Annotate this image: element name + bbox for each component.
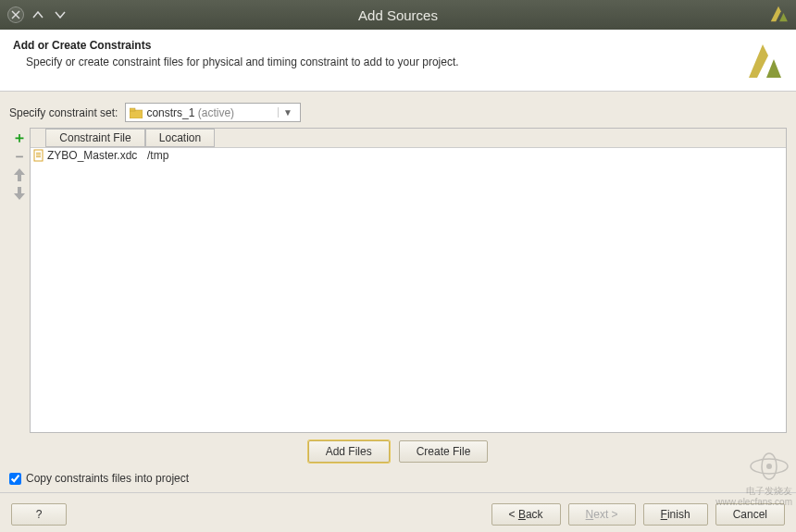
page-title: Add or Create Constraints <box>13 39 746 52</box>
body-panel: Specify constraint set: constrs_1 (activ… <box>0 92 796 492</box>
svg-rect-7 <box>130 108 135 111</box>
file-location: /tmp <box>147 149 168 162</box>
svg-marker-4 <box>749 44 768 78</box>
cancel-button[interactable]: Cancel <box>715 503 785 526</box>
window-controls <box>7 6 68 23</box>
side-toolbar: ＋ － <box>9 128 30 433</box>
chevron-up-icon[interactable] <box>30 6 46 23</box>
window-title: Add Sources <box>0 7 796 23</box>
svg-marker-3 <box>779 12 788 20</box>
footer-bar: ? < Back Next > Finish Cancel <box>0 492 796 532</box>
create-file-button[interactable]: Create File <box>399 440 489 463</box>
next-button: Next > <box>568 503 636 526</box>
back-button[interactable]: < Back <box>491 503 561 526</box>
file-list-panel: Constraint File Location ZYBO_Master.xdc… <box>30 128 787 433</box>
xilinx-logo-icon <box>768 4 789 24</box>
svg-marker-9 <box>14 187 25 200</box>
constraint-set-label: Specify constraint set: <box>9 106 118 119</box>
header-panel: Add or Create Constraints Specify or cre… <box>0 30 796 92</box>
titlebar: Add Sources <box>0 0 796 30</box>
file-name: ZYBO_Master.xdc <box>47 149 147 162</box>
remove-file-button[interactable]: － <box>11 148 28 165</box>
chevron-down-icon[interactable] <box>52 6 68 23</box>
svg-marker-8 <box>14 168 25 181</box>
file-area: ＋ － Constraint File Location ZYBO_Master… <box>9 128 787 433</box>
constraint-set-dropdown[interactable]: constrs_1 (active) ▼ <box>125 103 301 122</box>
file-icon <box>32 149 45 162</box>
dropdown-arrow-icon: ▼ <box>278 107 296 118</box>
svg-rect-6 <box>130 110 143 118</box>
file-list-header: Constraint File Location <box>31 129 786 148</box>
finish-button[interactable]: Finish <box>643 503 708 526</box>
copy-constraints-checkbox[interactable]: Copy constraints files into project <box>9 472 787 485</box>
constraint-set-row: Specify constraint set: constrs_1 (activ… <box>9 103 787 122</box>
svg-rect-11 <box>36 153 41 154</box>
svg-marker-2 <box>771 6 781 21</box>
copy-constraints-input[interactable] <box>9 473 21 485</box>
help-button[interactable]: ? <box>11 503 67 526</box>
constraint-set-value: constrs_1 (active) <box>146 106 278 119</box>
add-files-button[interactable]: Add Files <box>308 440 390 463</box>
file-list[interactable]: ZYBO_Master.xdc /tmp <box>31 148 786 432</box>
column-header-location[interactable]: Location <box>145 129 215 147</box>
svg-rect-13 <box>36 156 41 157</box>
copy-constraints-label: Copy constraints files into project <box>26 472 189 485</box>
file-row[interactable]: ZYBO_Master.xdc /tmp <box>31 148 786 163</box>
column-header-file[interactable]: Constraint File <box>45 129 145 147</box>
xilinx-logo-large-icon <box>746 39 783 83</box>
close-button[interactable] <box>7 6 24 23</box>
action-buttons: Add Files Create File <box>9 440 787 463</box>
svg-rect-12 <box>36 155 41 155</box>
svg-marker-5 <box>766 59 781 78</box>
folder-icon <box>130 107 143 118</box>
add-file-button[interactable]: ＋ <box>11 130 28 146</box>
move-down-button[interactable] <box>11 185 28 202</box>
move-up-button[interactable] <box>11 167 28 183</box>
page-description: Specify or create constraint files for p… <box>13 56 746 68</box>
